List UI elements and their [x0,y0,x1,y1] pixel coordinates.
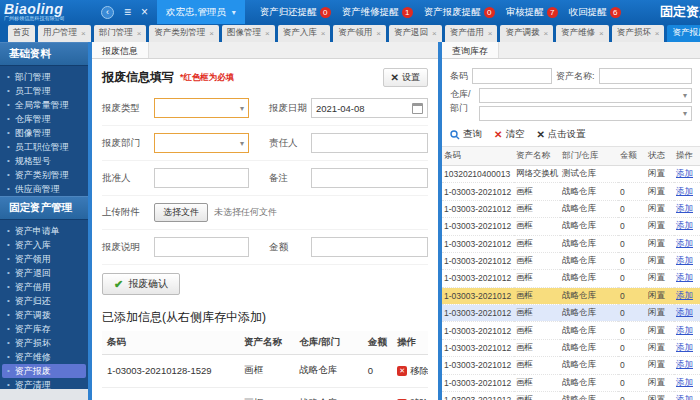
sidebar-item-全局常量管理[interactable]: •全局常量管理 [0,98,88,112]
tab-资产入库[interactable]: 资产入库× [278,25,331,42]
sidebar-item-资产领用[interactable]: •资产领用 [0,252,88,266]
inventory-row[interactable]: 1-03003-2021012画框战略仓库0闲置添加 [442,322,700,339]
add-link[interactable]: 添加 [676,342,693,352]
query-button[interactable]: 查询 [450,128,482,141]
barcode-input[interactable] [472,68,552,84]
add-link[interactable]: 添加 [676,168,693,178]
add-link[interactable]: 添加 [676,290,693,300]
inventory-row[interactable]: 1-03003-2021012画框战略仓库0闲置添加 [442,391,700,400]
tab-close-icon[interactable]: × [81,29,86,38]
sidebar-item-资产报废[interactable]: •资产报废 [2,364,86,378]
sidebar-item-资产库存[interactable]: •资产库存 [0,322,88,336]
tab-资产借用[interactable]: 资产借用× [445,25,498,42]
tab-资产维修[interactable]: 资产维修× [556,25,609,42]
scrap-type-select[interactable]: ▾ [154,98,249,118]
sidebar-item-仓库管理[interactable]: •仓库管理 [0,112,88,126]
notice-item[interactable]: 资产报废提醒0 [424,6,495,19]
sidebar-item-资产申请单[interactable]: •资产申请单 [0,224,88,238]
dept-select[interactable]: ▾ [479,106,692,121]
remark-input[interactable] [311,168,428,188]
notice-item[interactable]: 资产维修提醒1 [342,6,413,19]
responsible-input[interactable] [311,133,428,153]
tab-close-icon[interactable]: × [432,29,437,38]
tab-资产损坏[interactable]: 资产损坏× [612,25,665,42]
tab-inventory-query[interactable]: 查询库存 [442,42,499,58]
tab-部门管理[interactable]: 部门管理× [94,25,147,42]
inventory-row[interactable]: 1-03003-2021012画框战略仓库0闲置添加 [442,200,700,217]
tab-close-icon[interactable]: × [599,29,604,38]
add-link[interactable]: 添加 [676,238,693,248]
tab-scrap-info[interactable]: 报废信息 [92,42,149,58]
tab-close-icon[interactable]: × [265,29,270,38]
tab-close-icon[interactable]: × [488,29,493,38]
add-link[interactable]: 添加 [676,186,693,196]
tab-close-icon[interactable]: × [321,29,326,38]
notice-item[interactable]: 审核提醒7 [506,6,558,19]
choose-file-button[interactable]: 选择文件 [154,203,208,222]
amount-input[interactable] [311,237,428,257]
settings-button[interactable]: ✕ 设置 [383,68,428,87]
sidebar-item-资产入库[interactable]: •资产入库 [0,238,88,252]
sidebar-item-资产借用[interactable]: •资产借用 [0,280,88,294]
tab-close-icon[interactable]: × [137,29,142,38]
add-link[interactable]: 添加 [676,359,693,369]
close-icon[interactable]: × [141,5,148,19]
inventory-row[interactable]: 1-03003-2021012画框战略仓库0闲置添加 [442,270,700,287]
inventory-row[interactable]: 1-03003-2021012画框战略仓库0闲置添加 [442,252,700,269]
tab-close-icon[interactable]: × [655,29,660,38]
tab-close-icon[interactable]: × [376,29,381,38]
sidebar-item-供应商管理[interactable]: •供应商管理 [0,182,88,196]
add-link[interactable]: 添加 [676,377,693,387]
scrap-desc-input[interactable] [154,237,249,257]
clear-button[interactable]: ✕ 清空 [494,128,524,141]
inventory-row[interactable]: 1-03003-2021012画框战略仓库0闲置添加 [442,218,700,235]
sidebar-item-资产维修[interactable]: •资产维修 [0,350,88,364]
scrap-dept-select[interactable]: ▾ [154,133,249,153]
tab-资产调拨[interactable]: 资产调拨× [500,25,553,42]
sidebar-item-规格型号[interactable]: •规格型号 [0,154,88,168]
inventory-row[interactable]: 1-03003-2021012画框战略仓库0闲置添加 [442,305,700,322]
notice-item[interactable]: 资产归还提醒0 [260,6,331,19]
inventory-row[interactable]: 1-03003-2021012画框战略仓库0闲置添加 [442,183,700,200]
sidebar-item-资产清理[interactable]: •资产清理 [0,378,88,389]
user-menu[interactable]: 欢宏忠,管理员 ▾ [157,0,245,24]
warehouse-select[interactable]: ▾ [479,88,692,103]
asset-name-input[interactable] [599,68,692,84]
tab-首页[interactable]: 首页 [8,25,35,42]
inventory-row[interactable]: 1-03003-2021012画框战略仓库0闲置添加 [442,339,700,356]
menu-icon[interactable]: ≡ [124,5,131,19]
tab-用户管理[interactable]: 用户管理× [38,25,91,42]
add-link[interactable]: 添加 [676,394,693,400]
inventory-row[interactable]: 10320210400013网络交换机测试仓库闲置添加 [442,166,700,183]
add-link[interactable]: 添加 [676,325,693,335]
inventory-row[interactable]: 1-03003-2021012画框战略仓库0闲置添加 [442,235,700,252]
sidebar-item-资产调拨[interactable]: •资产调拨 [0,308,88,322]
notice-item[interactable]: 收回提醒6 [569,6,621,19]
click-settings-button[interactable]: ✕ 点击设置 [536,128,585,141]
inventory-row[interactable]: 1-03003-2021012画框战略仓库0闲置添加 [442,357,700,374]
sidebar-item-图像管理[interactable]: •图像管理 [0,126,88,140]
tab-资产退回[interactable]: 资产退回× [389,25,442,42]
sidebar-item-员工职位管理[interactable]: •员工职位管理 [0,140,88,154]
tab-资产领用[interactable]: 资产领用× [333,25,386,42]
collapse-sidebar-icon[interactable]: ‹ [101,6,114,19]
tab-资产报废[interactable]: 资产报废 [667,25,700,42]
tab-资产类别管理[interactable]: 资产类别管理× [149,25,219,42]
add-link[interactable]: 添加 [676,307,693,317]
sidebar-item-资产类别管理[interactable]: •资产类别管理 [0,168,88,182]
tab-close-icon[interactable]: × [209,29,214,38]
sidebar-item-资产损坏[interactable]: •资产损坏 [0,336,88,350]
sidebar-item-资产归还[interactable]: •资产归还 [0,294,88,308]
add-link[interactable]: 添加 [676,220,693,230]
sidebar-item-资产退回[interactable]: •资产退回 [0,266,88,280]
add-link[interactable]: 添加 [676,272,693,282]
sidebar-item-员工管理[interactable]: •员工管理 [0,84,88,98]
inventory-row[interactable]: 1-03003-2021012画框战略仓库0闲置添加 [442,287,700,304]
scrap-confirm-button[interactable]: ✔ 报废确认 [102,273,180,295]
tab-图像管理[interactable]: 图像管理× [222,25,275,42]
add-link[interactable]: 添加 [676,203,693,213]
calendar-icon[interactable] [412,103,423,114]
remove-button[interactable]: ✕移除 [397,365,428,378]
sidebar-item-部门管理[interactable]: •部门管理 [0,70,88,84]
scrap-date-field[interactable]: 2021-04-08 [311,98,428,118]
